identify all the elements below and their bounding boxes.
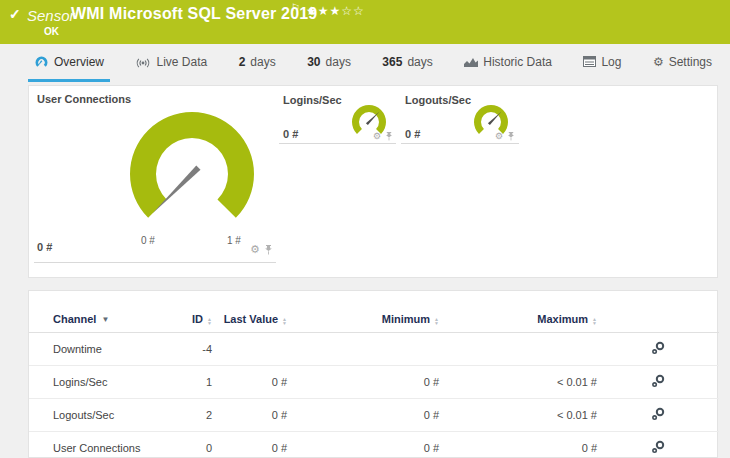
caret-down-icon[interactable]: ▼ [101, 315, 109, 324]
star-icon[interactable]: ★ [330, 4, 342, 18]
channel-maximum: < 0.01 # [441, 399, 599, 432]
channel-minimum: 0 # [289, 366, 441, 399]
gauge-icon [34, 55, 49, 69]
sort-icon[interactable]: ▲▼ [434, 317, 439, 325]
column-label: Minimum [382, 313, 430, 325]
channel-last-value [214, 333, 289, 366]
column-label: Last Value [224, 313, 278, 325]
column-header-channel[interactable]: Channel▼ [29, 291, 169, 333]
table-row-user-connections[interactable]: User Connections 0 0 # 0 # 0 # [29, 432, 719, 458]
gauge-toolbar: ⚙ [250, 244, 273, 255]
gauge-toolbar: ⚙ [373, 131, 393, 141]
channel-name: Logins/Sec [29, 366, 169, 399]
column-header-actions [599, 291, 719, 333]
divider [401, 143, 519, 144]
channel-id: -4 [169, 333, 214, 366]
star-icon[interactable]: ☆ [353, 4, 365, 18]
channel-settings-icon[interactable] [651, 341, 665, 357]
sort-icon[interactable]: ▲▼ [282, 317, 287, 325]
column-header-last-value[interactable]: Last Value▲▼ [214, 291, 289, 333]
tab-number: 30 [307, 55, 320, 69]
channel-settings-icon[interactable] [651, 407, 665, 423]
gear-icon: ⚙ [653, 56, 664, 68]
table-row-logouts[interactable]: Logouts/Sec 2 0 # 0 # < 0.01 # [29, 399, 719, 432]
column-label: ID [192, 313, 203, 325]
sort-icon[interactable]: ▲▼ [592, 317, 597, 325]
sensor-kind-label: Sensor [27, 7, 75, 24]
tab-label: Settings [669, 55, 712, 69]
tab-label: Live Data [156, 55, 207, 69]
tab-overview[interactable]: Overview [28, 44, 110, 82]
table-row-downtime[interactable]: Downtime -4 [29, 333, 719, 366]
status-badge: OK [44, 26, 59, 37]
column-header-id[interactable]: ID▲▼ [169, 291, 214, 333]
pin-icon[interactable] [264, 244, 273, 255]
tab-historic-data[interactable]: Historic Data [458, 44, 558, 82]
tab-30-days[interactable]: 30 days [301, 44, 357, 82]
user-connections-gauge [127, 110, 257, 242]
user-connections-value: 0 # [37, 241, 52, 253]
channel-maximum: 0 # [441, 432, 599, 458]
tab-settings[interactable]: ⚙ Settings [647, 44, 718, 82]
log-list-icon [583, 56, 596, 67]
tab-label: days [250, 55, 275, 69]
divider [34, 262, 276, 263]
star-icon[interactable]: ★ [318, 4, 330, 18]
sort-icon[interactable]: ▲▼ [207, 317, 212, 325]
logouts-value: 0 # [405, 128, 420, 140]
channel-last-value: 0 # [214, 366, 289, 399]
gear-icon[interactable]: ⚙ [373, 132, 381, 141]
tab-log[interactable]: Log [577, 44, 627, 82]
pin-icon[interactable] [385, 131, 393, 141]
column-header-maximum[interactable]: Maximum▲▼ [441, 291, 599, 333]
column-label: Maximum [537, 313, 588, 325]
channel-settings-icon[interactable] [651, 374, 665, 390]
flag-icon[interactable]: ⚐ [291, 2, 300, 13]
gauge-title-logouts: Logouts/Sec [405, 94, 471, 106]
tab-label: days [326, 55, 351, 69]
channel-minimum [289, 333, 441, 366]
tab-365-days[interactable]: 365 days [376, 44, 438, 82]
gear-icon[interactable]: ⚙ [250, 244, 260, 255]
channel-maximum [441, 333, 599, 366]
gear-icon[interactable]: ⚙ [495, 132, 503, 141]
tab-number: 2 [239, 55, 246, 69]
divider [279, 143, 396, 144]
channels-table: Channel▼ ID▲▼ Last Value▲▼ Minimum▲▼ Max… [29, 291, 719, 458]
column-header-minimum[interactable]: Minimum▲▼ [289, 291, 441, 333]
channel-settings-icon[interactable] [651, 440, 665, 456]
channel-name: Downtime [29, 333, 169, 366]
channel-id: 1 [169, 366, 214, 399]
gauge-needle [488, 112, 501, 125]
gauge-title-logins: Logins/Sec [283, 94, 342, 106]
table-header-row: Channel▼ ID▲▼ Last Value▲▼ Minimum▲▼ Max… [29, 291, 719, 333]
tab-label: Overview [54, 55, 104, 69]
table-row-logins[interactable]: Logins/Sec 1 0 # 0 # < 0.01 # [29, 366, 719, 399]
tab-number: 365 [382, 55, 402, 69]
area-chart-icon [464, 56, 478, 68]
channel-maximum: < 0.01 # [441, 366, 599, 399]
status-check-icon: ✓ [9, 6, 21, 22]
gauge-needle [152, 166, 200, 214]
gauge-scale-min: 0 # [141, 235, 155, 246]
channel-last-value: 0 # [214, 399, 289, 432]
sensor-header: ✓ Sensor WMI Microsoft SQL Server 2019 ⚐… [0, 0, 730, 44]
channel-id: 2 [169, 399, 214, 432]
priority-rating[interactable]: ★★★☆☆ [306, 4, 365, 18]
channel-id: 0 [169, 432, 214, 458]
prtg-sensor-page: ✓ Sensor WMI Microsoft SQL Server 2019 ⚐… [0, 0, 730, 458]
tab-live-data[interactable]: Live Data [129, 44, 213, 82]
tab-2-days[interactable]: 2 days [233, 44, 282, 82]
tab-label: days [407, 55, 432, 69]
channel-minimum: 0 # [289, 399, 441, 432]
gauge-toolbar: ⚙ [495, 131, 515, 141]
broadcast-icon [135, 54, 151, 69]
channel-last-value: 0 # [214, 432, 289, 458]
column-label: Channel [53, 313, 96, 325]
star-icon[interactable]: ☆ [341, 4, 353, 18]
channels-panel: Channel▼ ID▲▼ Last Value▲▼ Minimum▲▼ Max… [28, 290, 718, 458]
gauge-title-user-connections: User Connections [37, 93, 131, 105]
star-icon[interactable]: ★ [306, 4, 318, 18]
sensor-title: WMI Microsoft SQL Server 2019 [71, 5, 317, 23]
pin-icon[interactable] [507, 131, 515, 141]
